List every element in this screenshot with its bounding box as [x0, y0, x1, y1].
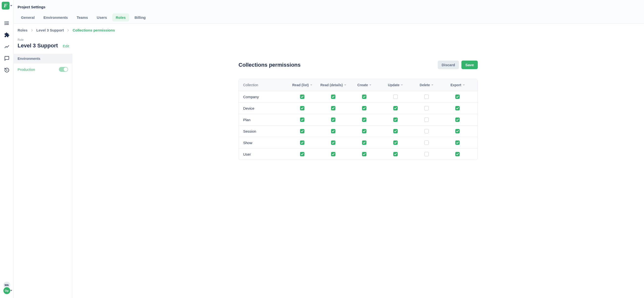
permission-checkbox[interactable] [393, 95, 398, 99]
page-context: Project Settings [18, 5, 640, 9]
permission-cell [380, 118, 411, 122]
permission-checkbox[interactable] [393, 106, 398, 110]
environment-item[interactable]: Production [14, 64, 72, 75]
permission-checkbox[interactable] [455, 152, 460, 156]
permission-checkbox[interactable] [424, 152, 429, 156]
table-row: Device [239, 102, 478, 114]
permission-checkbox[interactable] [455, 106, 460, 110]
permission-cell [411, 106, 442, 110]
column-header-label: Delete [420, 83, 430, 87]
permission-checkbox[interactable] [424, 129, 429, 133]
chevron-down-icon [10, 5, 12, 6]
environment-toggle[interactable] [59, 67, 68, 72]
permission-cell [318, 140, 349, 145]
permission-checkbox[interactable] [362, 106, 366, 110]
permission-checkbox[interactable] [331, 95, 336, 99]
table-row: Session [239, 125, 478, 137]
tab-billing[interactable]: Billing [131, 14, 149, 22]
logo-dropdown[interactable]: F [2, 2, 12, 10]
edit-role-link[interactable]: Edit [63, 44, 69, 48]
permission-cell [349, 118, 380, 122]
permission-checkbox[interactable] [393, 140, 398, 145]
permission-checkbox[interactable] [393, 152, 398, 156]
permission-checkbox[interactable] [362, 152, 366, 156]
activity-icon[interactable] [4, 44, 10, 50]
permission-checkbox[interactable] [424, 118, 429, 122]
permission-cell [286, 95, 318, 99]
user-switcher[interactable]: MAOp [4, 282, 10, 294]
permission-checkbox[interactable] [300, 95, 304, 99]
restore-icon[interactable] [4, 67, 10, 73]
content-title: Collections permissions [238, 62, 300, 68]
permission-checkbox[interactable] [424, 140, 429, 145]
permission-cell [411, 140, 442, 145]
permission-checkbox[interactable] [300, 129, 304, 133]
column-header-dropdown[interactable]: Update [380, 83, 411, 87]
column-header-label: Read (details) [320, 83, 343, 87]
permission-checkbox[interactable] [300, 118, 304, 122]
column-header-label: Create [358, 83, 368, 87]
puzzle-icon[interactable] [4, 32, 10, 38]
permission-cell [442, 118, 473, 122]
permission-checkbox[interactable] [455, 140, 460, 145]
permission-checkbox[interactable] [331, 152, 336, 156]
permission-checkbox[interactable] [362, 140, 366, 145]
permission-checkbox[interactable] [393, 118, 398, 122]
column-header-dropdown[interactable]: Delete [411, 83, 442, 87]
column-header-dropdown[interactable]: Read (details) [318, 83, 349, 87]
list-icon[interactable] [4, 20, 10, 26]
permission-checkbox[interactable] [424, 95, 429, 99]
permission-cell [286, 106, 318, 110]
chevron-down-icon [369, 85, 371, 86]
permission-checkbox[interactable] [362, 118, 366, 122]
permission-checkbox[interactable] [362, 129, 366, 133]
top-header: Project Settings GeneralEnvironmentsTeam… [14, 0, 644, 24]
permission-checkbox[interactable] [424, 106, 429, 110]
permission-checkbox[interactable] [331, 140, 336, 145]
permission-checkbox[interactable] [331, 106, 336, 110]
breadcrumb-item[interactable]: Collections permissions [72, 28, 115, 32]
permission-cell [411, 152, 442, 156]
svg-point-6 [6, 70, 7, 70]
permission-checkbox[interactable] [331, 129, 336, 133]
permission-cell [286, 118, 318, 122]
table-row: Plan [239, 114, 478, 125]
permission-checkbox[interactable] [300, 152, 304, 156]
discard-button[interactable]: Discard [438, 61, 459, 69]
permission-cell [411, 95, 442, 99]
permission-checkbox[interactable] [455, 129, 460, 133]
permission-checkbox[interactable] [331, 118, 336, 122]
permission-cell [442, 152, 473, 156]
content-area: Collections permissions Discard Save Col… [72, 54, 644, 298]
breadcrumb-item[interactable]: Roles [18, 28, 28, 32]
role-name: Level 3 Support [18, 43, 58, 49]
column-header-dropdown[interactable]: Create [349, 83, 380, 87]
svg-point-4 [5, 23, 5, 24]
tab-general[interactable]: General [18, 14, 38, 22]
environment-name: Production [18, 67, 35, 72]
collection-name: Show [243, 141, 286, 145]
collection-name: Company [243, 95, 286, 99]
chevron-down-icon [10, 290, 12, 291]
permission-cell [318, 118, 349, 122]
permission-checkbox[interactable] [362, 95, 366, 99]
permission-checkbox[interactable] [300, 140, 304, 145]
permission-cell [442, 95, 473, 99]
save-button[interactable]: Save [462, 61, 478, 69]
breadcrumb: RolesLevel 3 SupportCollections permissi… [14, 24, 644, 37]
tab-users[interactable]: Users [93, 14, 110, 22]
permission-checkbox[interactable] [455, 118, 460, 122]
role-section-label: Role [18, 38, 640, 42]
tab-environments[interactable]: Environments [40, 14, 71, 22]
chevron-down-icon [463, 85, 465, 86]
tab-teams[interactable]: Teams [73, 14, 91, 22]
breadcrumb-item[interactable]: Level 3 Support [36, 28, 64, 32]
column-header-dropdown[interactable]: Read (list) [286, 83, 318, 87]
permission-checkbox[interactable] [300, 106, 304, 110]
chat-icon[interactable] [4, 56, 10, 61]
chevron-down-icon [344, 85, 346, 86]
permission-checkbox[interactable] [393, 129, 398, 133]
permission-checkbox[interactable] [455, 95, 460, 99]
column-header-dropdown[interactable]: Export [442, 83, 473, 87]
tab-roles[interactable]: Roles [112, 14, 129, 22]
